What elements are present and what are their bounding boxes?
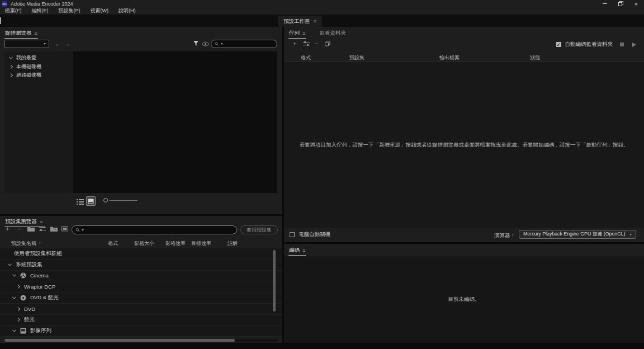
media-files-area[interactable]: [73, 51, 277, 193]
thumbnail-view-button[interactable]: [86, 196, 96, 206]
tree-item-dvd[interactable]: DVD: [0, 304, 282, 315]
chevron-right-icon[interactable]: [16, 307, 20, 311]
tree-item-label: 我的最愛: [16, 54, 36, 62]
preset-settings-button[interactable]: [39, 226, 46, 232]
queue-drop-area[interactable]: 若要將項目加入佇列，請按一下「新增來源」按鈕或者從媒體瀏覽器或桌面將檔案拖曳至此…: [284, 62, 644, 228]
auto-encode-checkbox[interactable]: ✓: [556, 42, 561, 47]
horizontal-scrollbar[interactable]: [4, 339, 235, 342]
panel-menu-icon[interactable]: ≡: [302, 31, 305, 36]
tab-encoding[interactable]: 編碼 ≡: [288, 245, 306, 256]
column-frame-size[interactable]: 影格大小: [134, 240, 154, 247]
chevron-right-icon[interactable]: [9, 73, 13, 77]
media-search-box: [211, 40, 277, 48]
add-source-button[interactable]: +: [293, 41, 296, 47]
tree-item-wraptor-dcp[interactable]: Wraptor DCP: [0, 281, 282, 293]
add-output-button[interactable]: [303, 41, 310, 46]
tree-item-system-presets[interactable]: 系統預設集: [0, 260, 282, 271]
tab-queue[interactable]: 佇列 ≡: [288, 28, 306, 39]
chevron-right-icon[interactable]: [16, 285, 20, 289]
column-target-rate[interactable]: 目標速率: [191, 240, 211, 247]
tab-preset-browser[interactable]: 預設集瀏覽器 ≡: [4, 216, 43, 227]
column-output-file[interactable]: 輸出檔案: [439, 54, 460, 62]
renderer-dropdown[interactable]: Mercury Playback Engine GPU 加速 (OpenCL): [519, 230, 636, 239]
sort-ascending-icon[interactable]: ↑: [39, 240, 41, 246]
chevron-right-icon[interactable]: [16, 318, 20, 322]
column-frame-rate[interactable]: 影格速率: [165, 240, 186, 247]
column-format[interactable]: 格式: [301, 54, 311, 62]
column-format[interactable]: 格式: [108, 240, 118, 247]
preset-row-label: Cinema: [30, 272, 49, 279]
restore-button[interactable]: [613, 0, 628, 7]
remove-button[interactable]: −: [315, 41, 318, 47]
media-search-input[interactable]: [225, 41, 274, 47]
thumbnail-view-icon: [88, 199, 94, 204]
chevron-down-icon[interactable]: [12, 295, 16, 299]
media-browser-title: 媒體瀏覽器: [5, 30, 32, 37]
auto-encode-label: 自動編碼監看資料夾: [565, 41, 613, 48]
tree-item-cinema[interactable]: Cinema: [0, 271, 282, 282]
tree-item-user-presets[interactable]: 使用者預設集和群組: [0, 248, 282, 260]
tree-item-local-drives[interactable]: 本機磁碟機: [4, 63, 73, 72]
menu-edit[interactable]: 編輯(E): [27, 7, 54, 15]
tree-item-favorites[interactable]: 我的最愛: [4, 54, 73, 63]
media-source-dropdown[interactable]: [4, 40, 49, 48]
workspace-strip: 預設工作區 ≡: [0, 15, 644, 27]
search-options-icon[interactable]: [221, 43, 223, 45]
column-status[interactable]: 狀態: [530, 54, 540, 62]
new-group-button[interactable]: [27, 226, 35, 232]
menu-preset[interactable]: 預設集(P): [54, 7, 86, 15]
tree-item-bluray[interactable]: 藍光: [0, 315, 282, 326]
start-queue-icon[interactable]: [632, 43, 636, 47]
shutdown-group: 電腦自動關機: [290, 231, 330, 238]
column-preset[interactable]: 預設集: [349, 54, 364, 62]
menu-bar: 檔案(F) 編輯(E) 預設集(P) 視窗(W) 說明(H): [0, 7, 644, 15]
tab-media-browser[interactable]: 媒體瀏覽器 ≡: [4, 28, 38, 39]
filter-icon[interactable]: [193, 40, 199, 48]
eye-icon[interactable]: [202, 41, 209, 48]
panel-menu-icon[interactable]: ≡: [40, 219, 42, 225]
vertical-scrollbar[interactable]: [273, 250, 276, 312]
menu-window[interactable]: 視窗(W): [86, 7, 114, 15]
tab-watch-folders[interactable]: 監看資料夾: [319, 28, 346, 39]
preset-search-input[interactable]: [86, 227, 233, 233]
forward-button[interactable]: →: [64, 40, 70, 47]
search-options-icon[interactable]: [82, 229, 84, 231]
list-view-icon[interactable]: [77, 199, 84, 206]
duplicate-button[interactable]: [325, 41, 330, 46]
close-button[interactable]: ×: [628, 0, 644, 7]
queue-empty-message: 若要將項目加入佇列，請按一下「新增來源」按鈕或者從媒體瀏覽器或桌面將檔案拖曳至此…: [288, 142, 640, 149]
column-preset-name[interactable]: 預設集名稱: [11, 240, 36, 247]
zoom-slider-track[interactable]: [110, 200, 138, 201]
shutdown-checkbox[interactable]: [290, 232, 295, 237]
search-icon: [215, 41, 219, 46]
minimize-button[interactable]: [597, 0, 613, 7]
tree-item-dvd-bluray[interactable]: DVD & 藍光: [0, 293, 282, 304]
tree-item-network-drives[interactable]: 網路磁碟機: [4, 71, 73, 80]
tree-item-image-sequence[interactable]: 影像序列: [0, 326, 282, 337]
chevron-down-icon[interactable]: [12, 273, 16, 277]
chevron-right-icon[interactable]: [9, 65, 13, 69]
window-title: Adobe Media Encoder 2024: [11, 1, 73, 7]
chevron-down-icon[interactable]: [8, 262, 12, 266]
chevron-down-icon: [44, 43, 46, 45]
new-preset-button[interactable]: +: [6, 226, 9, 232]
menu-help[interactable]: 說明(H): [113, 7, 141, 15]
chevron-down-icon[interactable]: [9, 55, 13, 59]
import-preset-button[interactable]: [50, 226, 58, 232]
chevron-down-icon[interactable]: [12, 328, 16, 332]
stop-queue-icon[interactable]: [620, 43, 624, 46]
panel-menu-icon[interactable]: ≡: [314, 18, 316, 24]
back-button[interactable]: ←: [55, 40, 61, 47]
column-comment[interactable]: 註解: [228, 240, 238, 247]
workspace-tab[interactable]: 預設工作區 ≡: [278, 16, 322, 27]
tree-item-label: 網路磁碟機: [16, 72, 41, 79]
disc-icon: [20, 295, 26, 301]
panel-menu-icon[interactable]: ≡: [35, 31, 37, 36]
menu-file[interactable]: 檔案(F): [0, 7, 27, 15]
app-icon: Me: [2, 1, 7, 7]
zoom-slider-knob[interactable]: [103, 198, 108, 202]
panel-menu-icon[interactable]: ≡: [302, 248, 305, 253]
remove-preset-button[interactable]: −: [17, 226, 21, 232]
apply-preset-button[interactable]: 套用預設集: [240, 225, 278, 234]
export-preset-button[interactable]: [61, 226, 68, 232]
